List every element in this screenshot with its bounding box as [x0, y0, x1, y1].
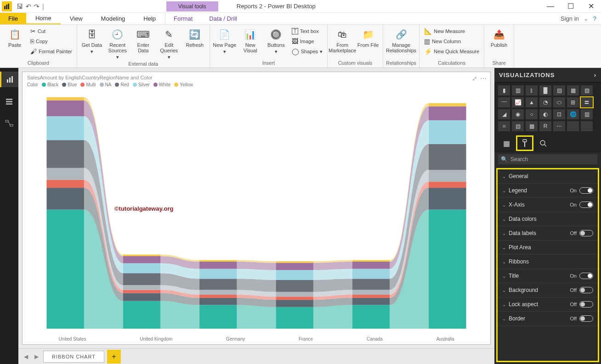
copy-button[interactable]: ⎘Copy	[28, 37, 74, 46]
viz-type-4[interactable]: ▤	[553, 85, 565, 95]
toggle-border[interactable]: Off	[570, 315, 593, 322]
shapes-button[interactable]: ◯Shapes▾	[290, 47, 324, 56]
cut-button[interactable]: ✂Cut	[28, 27, 74, 36]
viz-type-19[interactable]: 🌐	[567, 109, 579, 119]
new-measure-button[interactable]: 📐New Measure	[422, 27, 481, 36]
new-quick-measure-button[interactable]: ⚡New Quick Measure	[422, 47, 481, 56]
viz-type-10[interactable]: ◔	[539, 97, 551, 107]
from-marketplace-button[interactable]: 🛍From Marketplace	[330, 27, 354, 53]
prop-x-axis[interactable]: ⌄X-AxisOn	[498, 198, 598, 212]
collapse-viz-icon[interactable]: ›	[594, 72, 596, 78]
search-input[interactable]: 🔍 Search	[498, 154, 597, 164]
edit-queries-button[interactable]: ✎Edit Queries▾	[157, 27, 181, 60]
minimize-button[interactable]: —	[540, 0, 561, 13]
chevron-down-icon[interactable]: ⌄	[584, 15, 589, 22]
tab-data-drill[interactable]: Data / Drill	[201, 13, 245, 24]
report-canvas[interactable]: ⤢ ⋯ SalesAmount by EnglishCountryRegionN…	[22, 72, 491, 345]
tab-format[interactable]: Format	[165, 13, 201, 24]
refresh-button[interactable]: 🔄Refresh	[183, 27, 207, 48]
toggle-data labels[interactable]: Off	[570, 230, 593, 236]
fields-tab-icon[interactable]: ▦	[499, 137, 514, 150]
format-tab-icon[interactable]	[517, 137, 532, 150]
manage-relationships-button[interactable]: 🔗Manage Relationships	[389, 27, 413, 53]
svg-rect-57	[276, 261, 313, 263]
tab-modeling[interactable]: Modeling	[92, 13, 135, 24]
viz-type-12[interactable]: ⊞	[567, 97, 579, 107]
nav-data-icon[interactable]	[0, 94, 18, 109]
more-options-icon[interactable]: ⋯	[480, 75, 487, 82]
prop-general[interactable]: ⌄General	[498, 169, 598, 184]
toggle-x-axis[interactable]: On	[570, 202, 593, 208]
viz-type-11[interactable]: ⬭	[553, 97, 565, 107]
viz-type-17[interactable]: ◐	[539, 109, 551, 119]
new-page-button[interactable]: 📄New Page▾	[213, 27, 237, 55]
format-painter-button[interactable]: 🖌Format Painter	[28, 47, 74, 56]
paste-button[interactable]: 📋Paste	[3, 27, 27, 48]
viz-type-22[interactable]: ▤	[512, 121, 524, 131]
tab-home[interactable]: Home	[26, 13, 61, 24]
recent-sources-button[interactable]: 🕘Recent Sources▾	[106, 27, 130, 60]
viz-type-13[interactable]: 〓	[581, 97, 593, 107]
get-data-button[interactable]: 🗄Get Data▾	[80, 27, 104, 55]
redo-icon[interactable]: ↷	[34, 3, 40, 10]
close-button[interactable]: ✕	[581, 0, 601, 13]
viz-type-5[interactable]: ▦	[567, 85, 579, 95]
analytics-tab-icon[interactable]	[536, 137, 550, 150]
viz-type-8[interactable]: 📈	[512, 97, 524, 107]
viz-type-6[interactable]: ▧	[581, 85, 593, 95]
enter-data-button[interactable]: ⌨Enter Data	[131, 27, 155, 53]
from-file-button[interactable]: 📁From File	[356, 27, 380, 48]
viz-type-3[interactable]: █	[539, 85, 551, 95]
file-menu[interactable]: File	[0, 13, 26, 24]
prop-ribbons[interactable]: ⌄Ribbons	[498, 255, 598, 269]
viz-type-15[interactable]: ◉	[512, 109, 524, 119]
sheet-prev-icon[interactable]: ◀	[22, 353, 30, 360]
nav-model-icon[interactable]	[0, 116, 18, 131]
viz-type-23[interactable]: ▦	[526, 121, 538, 131]
tab-help[interactable]: Help	[134, 13, 165, 24]
viz-type-25[interactable]: ⋯	[553, 121, 565, 131]
prop-plot-area[interactable]: ⌄Plot Area	[498, 241, 598, 255]
prop-border[interactable]: ⌄BorderOff	[498, 312, 598, 326]
prop-title[interactable]: ⌄TitleOn	[498, 269, 598, 283]
toggle-lock aspect[interactable]: Off	[570, 301, 593, 308]
toggle-legend[interactable]: On	[570, 187, 593, 194]
viz-type-18[interactable]: ⊡	[553, 109, 565, 119]
buttons-button[interactable]: 🔘Buttons▾	[264, 27, 288, 55]
viz-type-26[interactable]	[567, 121, 579, 131]
textbox-button[interactable]: 🅃Text box	[290, 27, 324, 36]
publish-button[interactable]: 📤Publish	[487, 27, 511, 48]
sheet-next-icon[interactable]: ▶	[33, 353, 40, 360]
save-icon[interactable]: 🖫	[17, 3, 23, 10]
prop-background[interactable]: ⌄BackgroundOff	[498, 283, 598, 297]
new-visual-button[interactable]: 📊New Visual	[238, 27, 262, 53]
focus-mode-icon[interactable]: ⤢	[472, 75, 477, 82]
viz-type-0[interactable]: ▮	[498, 85, 510, 95]
image-button[interactable]: 🖼Image	[290, 37, 324, 46]
new-column-button[interactable]: ▥New Column	[422, 37, 481, 46]
nav-report-icon[interactable]	[0, 72, 18, 87]
maximize-button[interactable]: ☐	[561, 0, 581, 13]
prop-lock-aspect[interactable]: ⌄Lock aspectOff	[498, 297, 598, 312]
undo-icon[interactable]: ↶	[26, 3, 31, 10]
prop-data-colors[interactable]: ⌄Data colors	[498, 212, 598, 226]
viz-type-7[interactable]: 〰	[498, 97, 510, 107]
toggle-title[interactable]: On	[570, 273, 593, 279]
viz-type-14[interactable]: ◢	[498, 109, 510, 119]
viz-type-9[interactable]: ▲	[526, 97, 538, 107]
toggle-background[interactable]: Off	[570, 287, 593, 293]
viz-type-1[interactable]: ▥	[512, 85, 524, 95]
viz-type-24[interactable]: R	[539, 121, 551, 131]
add-sheet-button[interactable]: +	[107, 350, 121, 364]
tab-view[interactable]: View	[61, 13, 92, 24]
viz-type-16[interactable]: ○	[526, 109, 538, 119]
sign-in-link[interactable]: Sign in	[561, 15, 579, 22]
viz-type-27[interactable]	[581, 121, 593, 131]
prop-data-labels[interactable]: ⌄Data labelsOff	[498, 226, 598, 241]
viz-type-20[interactable]: ▥	[581, 109, 593, 119]
viz-type-2[interactable]: ⫿	[526, 85, 538, 95]
sheet-tab-ribbon-chart[interactable]: RIBBON CHART	[43, 351, 104, 363]
help-icon[interactable]: ?	[593, 15, 596, 22]
viz-type-21[interactable]: ⌗	[498, 121, 510, 131]
prop-legend[interactable]: ⌄LegendOn	[498, 184, 598, 198]
